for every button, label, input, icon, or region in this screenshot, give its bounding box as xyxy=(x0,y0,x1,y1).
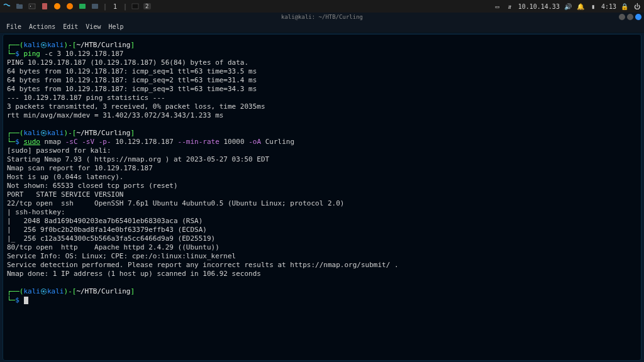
command-line: └─$ ping -c 3 10.129.178.187 xyxy=(7,50,637,58)
svg-rect-0 xyxy=(16,4,23,9)
svg-rect-6 xyxy=(79,4,86,9)
panel-left: | 1 | 2 xyxy=(3,2,151,11)
power-icon[interactable]: ⏻ xyxy=(633,2,641,11)
menu-view[interactable]: View xyxy=(86,23,101,30)
output-line: 80/tcp open http Apache httpd 2.4.29 ((U… xyxy=(7,243,637,252)
command-line: └─$ xyxy=(7,296,637,305)
output-line: 64 bytes from 10.129.178.187: icmp_seq=3… xyxy=(7,85,637,94)
menu-help[interactable]: Help xyxy=(108,23,123,30)
output-line: rtt min/avg/max/mdev = 31.402/33.072/34.… xyxy=(7,111,637,120)
firefox-icon[interactable] xyxy=(65,2,74,11)
terminal-task-icon[interactable] xyxy=(131,2,140,11)
output-line xyxy=(7,278,637,287)
close-button[interactable] xyxy=(635,14,641,20)
files-icon[interactable] xyxy=(15,2,24,11)
terminal-taskbar-icon[interactable] xyxy=(28,2,36,11)
task-badge: 2 xyxy=(143,3,150,9)
output-line: Nmap scan report for 10.129.178.187 xyxy=(7,164,637,173)
clock[interactable]: 4:13 xyxy=(601,3,616,10)
menu-file[interactable]: File xyxy=(6,23,21,30)
lock-icon[interactable]: 🔒 xyxy=(620,2,629,11)
output-line: 64 bytes from 10.129.178.187: icmp_seq=2… xyxy=(7,76,637,85)
workspace-indicator[interactable]: 1 xyxy=(111,3,119,10)
top-panel: | 1 | 2 ▭ ⇵ 10.10.14.33 🔊 🔔 ▮ 4:13 🔒 ⏻ xyxy=(0,0,644,13)
output-line: --- 10.129.178.187 ping statistics --- xyxy=(7,94,637,102)
notification-icon[interactable]: 🔔 xyxy=(576,2,585,11)
minimize-button[interactable] xyxy=(619,14,625,20)
menubar: File Actions Edit View Help xyxy=(0,21,644,33)
volume-icon[interactable]: 🔊 xyxy=(564,2,572,11)
output-line: Service detection performed. Please repo… xyxy=(7,261,637,270)
svg-rect-3 xyxy=(42,3,47,9)
output-line: Nmap done: 1 IP address (1 host up) scan… xyxy=(7,270,637,278)
display-icon[interactable]: ▭ xyxy=(493,2,502,11)
svg-point-5 xyxy=(67,3,73,9)
prompt-line: ┌──(kali㉿kali)-[~/HTB/Curling] xyxy=(7,41,637,50)
svg-point-4 xyxy=(54,3,60,9)
kali-menu-icon[interactable] xyxy=(3,2,11,11)
svg-rect-7 xyxy=(92,4,98,9)
output-line: | 256 9f0bc2b20bad8fa14e0bf63379effb43 (… xyxy=(7,226,637,234)
output-line: Host is up (0.044s latency). xyxy=(7,173,637,182)
window-title: kali@kali: ~/HTB/Curling xyxy=(281,14,363,20)
output-line: Service Info: OS: Linux; CPE: cpe:/o:lin… xyxy=(7,252,637,261)
svg-rect-8 xyxy=(132,4,138,9)
battery-icon[interactable]: ▮ xyxy=(589,2,597,11)
command-line: └─$ sudo nmap -sC -sV -p- 10.129.178.187… xyxy=(7,138,637,146)
output-line: | ssh-hostkey: xyxy=(7,208,637,217)
prompt-line: ┌──(kali㉿kali)-[~/HTB/Curling] xyxy=(7,287,637,296)
panel-right: ▭ ⇵ 10.10.14.33 🔊 🔔 ▮ 4:13 🔒 ⏻ xyxy=(493,2,641,11)
svg-rect-1 xyxy=(16,4,19,5)
burp-icon[interactable] xyxy=(53,2,62,11)
output-line: 3 packets transmitted, 3 received, 0% pa… xyxy=(7,102,637,111)
output-line: 64 bytes from 10.129.178.187: icmp_seq=1… xyxy=(7,67,637,76)
output-line: Not shown: 65533 closed tcp ports (reset… xyxy=(7,182,637,190)
prompt-line: ┌──(kali㉿kali)-[~/HTB/Curling] xyxy=(7,129,637,138)
terminal[interactable]: ┌──(kali㉿kali)-[~/HTB/Curling] └─$ ping … xyxy=(3,34,641,361)
editor-icon[interactable] xyxy=(40,2,49,11)
output-line: PING 10.129.178.187 (10.129.178.187) 56(… xyxy=(7,58,637,67)
ip-label: 10.10.14.33 xyxy=(518,3,560,10)
cursor xyxy=(24,297,28,304)
output-line xyxy=(7,120,637,129)
app-icon[interactable] xyxy=(91,2,99,11)
output-line: | 2048 8ad169b490203ea7b65401eb68303aca … xyxy=(7,217,637,226)
output-line: PORT STATE SERVICE VERSION xyxy=(7,190,637,199)
vpn-icon[interactable]: ⇵ xyxy=(506,2,514,11)
output-line: 22/tcp open ssh OpenSSH 7.6p1 Ubuntu 4ub… xyxy=(7,199,637,208)
maximize-button[interactable] xyxy=(627,14,633,20)
code-icon[interactable] xyxy=(78,2,87,11)
output-line: Starting Nmap 7.93 ( https://nmap.org ) … xyxy=(7,155,637,164)
menu-actions[interactable]: Actions xyxy=(29,23,55,30)
window-titlebar[interactable]: kali@kali: ~/HTB/Curling xyxy=(0,13,644,21)
output-line: [sudo] password for kali: xyxy=(7,146,637,155)
svg-rect-2 xyxy=(29,4,35,9)
menu-edit[interactable]: Edit xyxy=(63,23,78,30)
output-line: |_ 256 c12a3544300c5b566a3fa5cc6466d9a9 … xyxy=(7,234,637,243)
window-controls xyxy=(619,14,641,20)
